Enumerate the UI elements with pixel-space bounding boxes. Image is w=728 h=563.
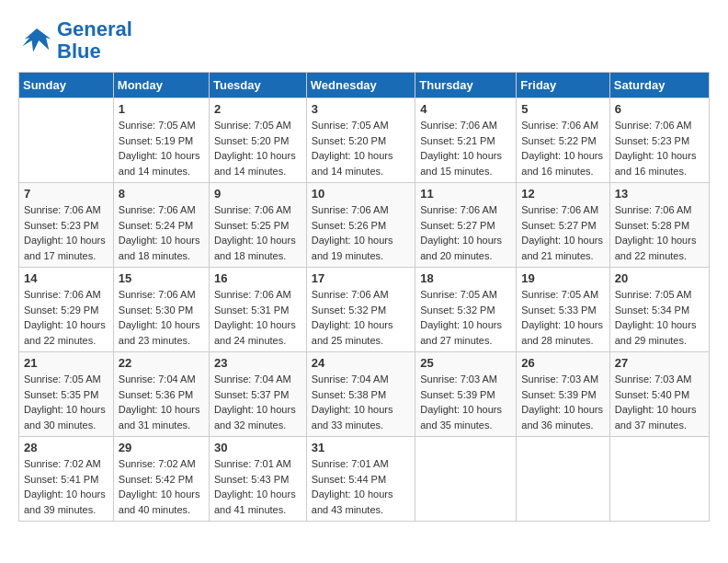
sunrise-text: Sunrise: 7:04 AM: [119, 373, 196, 385]
sunset-text: Sunset: 5:20 PM: [214, 135, 289, 146]
daylight-text: Daylight: 10 hours and 31 minutes.: [119, 404, 200, 431]
sunrise-text: Sunrise: 7:06 AM: [214, 289, 291, 300]
day-number: 27: [615, 356, 704, 370]
day-number: 24: [312, 356, 410, 370]
sunset-text: Sunset: 5:22 PM: [521, 135, 596, 146]
daylight-text: Daylight: 10 hours and 21 minutes.: [521, 235, 603, 261]
sunset-text: Sunset: 5:27 PM: [420, 220, 495, 231]
day-number: 15: [119, 271, 204, 285]
daylight-text: Daylight: 10 hours and 18 minutes.: [214, 235, 296, 261]
day-info: Sunrise: 7:01 AM Sunset: 5:44 PM Dayligh…: [312, 456, 410, 517]
weekday-header-monday: Monday: [113, 73, 209, 98]
daylight-text: Daylight: 10 hours and 22 minutes.: [615, 235, 697, 261]
sunrise-text: Sunrise: 7:06 AM: [615, 204, 692, 215]
weekday-header-friday: Friday: [517, 73, 609, 98]
sunrise-text: Sunrise: 7:03 AM: [420, 373, 497, 385]
calendar-cell: 9 Sunrise: 7:06 AM Sunset: 5:25 PM Dayli…: [209, 183, 306, 268]
calendar-cell: 8 Sunrise: 7:06 AM Sunset: 5:24 PM Dayli…: [113, 183, 209, 268]
daylight-text: Daylight: 10 hours and 14 minutes.: [312, 150, 393, 177]
day-number: 1: [119, 102, 204, 116]
sunrise-text: Sunrise: 7:05 AM: [615, 289, 692, 300]
daylight-text: Daylight: 10 hours and 32 minutes.: [214, 404, 296, 431]
sunset-text: Sunset: 5:43 PM: [214, 474, 289, 485]
day-number: 20: [615, 271, 704, 285]
weekday-header-sunday: Sunday: [19, 73, 114, 98]
sunrise-text: Sunrise: 7:06 AM: [119, 289, 196, 300]
day-info: Sunrise: 7:06 AM Sunset: 5:29 PM Dayligh…: [24, 287, 108, 348]
day-info: Sunrise: 7:01 AM Sunset: 5:43 PM Dayligh…: [214, 456, 301, 517]
sunrise-text: Sunrise: 7:06 AM: [119, 204, 196, 215]
sunrise-text: Sunrise: 7:06 AM: [521, 120, 598, 131]
sunset-text: Sunset: 5:26 PM: [312, 220, 386, 231]
calendar-cell: 17 Sunrise: 7:06 AM Sunset: 5:32 PM Dayl…: [306, 268, 415, 352]
daylight-text: Daylight: 10 hours and 36 minutes.: [521, 404, 603, 431]
calendar-cell: 23 Sunrise: 7:04 AM Sunset: 5:37 PM Dayl…: [209, 352, 306, 437]
day-number: 8: [119, 187, 204, 201]
daylight-text: Daylight: 10 hours and 40 minutes.: [119, 488, 200, 515]
calendar-cell: [517, 437, 609, 522]
sunset-text: Sunset: 5:41 PM: [24, 474, 98, 485]
sunrise-text: Sunrise: 7:02 AM: [119, 458, 196, 469]
sunset-text: Sunset: 5:25 PM: [214, 220, 289, 231]
calendar-cell: 1 Sunrise: 7:05 AM Sunset: 5:19 PM Dayli…: [113, 98, 209, 183]
daylight-text: Daylight: 10 hours and 20 minutes.: [420, 235, 502, 261]
sunset-text: Sunset: 5:42 PM: [119, 474, 193, 485]
calendar-cell: 6 Sunrise: 7:06 AM Sunset: 5:23 PM Dayli…: [609, 98, 709, 183]
sunrise-text: Sunrise: 7:01 AM: [214, 458, 291, 469]
calendar-cell: 4 Sunrise: 7:06 AM Sunset: 5:21 PM Dayli…: [415, 98, 517, 183]
daylight-text: Daylight: 10 hours and 39 minutes.: [24, 488, 106, 515]
calendar-week-2: 7 Sunrise: 7:06 AM Sunset: 5:23 PM Dayli…: [19, 183, 710, 268]
sunrise-text: Sunrise: 7:06 AM: [312, 289, 389, 300]
day-info: Sunrise: 7:06 AM Sunset: 5:27 PM Dayligh…: [521, 202, 604, 263]
daylight-text: Daylight: 10 hours and 23 minutes.: [119, 319, 200, 346]
calendar-cell: 7 Sunrise: 7:06 AM Sunset: 5:23 PM Dayli…: [19, 183, 114, 268]
day-info: Sunrise: 7:03 AM Sunset: 5:39 PM Dayligh…: [420, 372, 511, 432]
calendar-cell: [609, 437, 709, 522]
sunset-text: Sunset: 5:33 PM: [521, 304, 596, 316]
weekday-header-row: SundayMondayTuesdayWednesdayThursdayFrid…: [19, 73, 710, 98]
sunrise-text: Sunrise: 7:05 AM: [24, 373, 101, 385]
day-number: 18: [420, 271, 511, 285]
sunset-text: Sunset: 5:20 PM: [312, 135, 386, 146]
daylight-text: Daylight: 10 hours and 22 minutes.: [24, 319, 106, 346]
sunrise-text: Sunrise: 7:05 AM: [119, 120, 196, 131]
calendar-cell: 3 Sunrise: 7:05 AM Sunset: 5:20 PM Dayli…: [306, 98, 415, 183]
day-number: 16: [214, 271, 301, 285]
calendar-cell: 13 Sunrise: 7:06 AM Sunset: 5:28 PM Dayl…: [609, 183, 709, 268]
day-number: 2: [214, 102, 301, 116]
sunrise-text: Sunrise: 7:06 AM: [420, 204, 497, 215]
calendar-cell: 2 Sunrise: 7:05 AM Sunset: 5:20 PM Dayli…: [209, 98, 306, 183]
sunrise-text: Sunrise: 7:01 AM: [312, 458, 389, 469]
calendar-cell: 19 Sunrise: 7:05 AM Sunset: 5:33 PM Dayl…: [517, 268, 609, 352]
sunset-text: Sunset: 5:40 PM: [615, 389, 689, 400]
calendar-cell: 12 Sunrise: 7:06 AM Sunset: 5:27 PM Dayl…: [517, 183, 609, 268]
day-info: Sunrise: 7:06 AM Sunset: 5:32 PM Dayligh…: [312, 287, 410, 348]
calendar-cell: 22 Sunrise: 7:04 AM Sunset: 5:36 PM Dayl…: [113, 352, 209, 437]
sunset-text: Sunset: 5:24 PM: [119, 220, 193, 231]
page-header: General Blue: [18, 18, 710, 63]
day-number: 21: [24, 356, 108, 370]
day-info: Sunrise: 7:05 AM Sunset: 5:33 PM Dayligh…: [521, 287, 604, 348]
sunset-text: Sunset: 5:34 PM: [615, 304, 689, 316]
day-number: 22: [119, 356, 204, 370]
day-info: Sunrise: 7:04 AM Sunset: 5:38 PM Dayligh…: [312, 372, 410, 432]
day-info: Sunrise: 7:06 AM Sunset: 5:27 PM Dayligh…: [420, 202, 511, 263]
daylight-text: Daylight: 10 hours and 19 minutes.: [312, 235, 393, 261]
day-info: Sunrise: 7:06 AM Sunset: 5:31 PM Dayligh…: [214, 287, 301, 348]
calendar-week-1: 1 Sunrise: 7:05 AM Sunset: 5:19 PM Dayli…: [19, 98, 710, 183]
daylight-text: Daylight: 10 hours and 37 minutes.: [615, 404, 697, 431]
sunrise-text: Sunrise: 7:03 AM: [615, 373, 692, 385]
sunrise-text: Sunrise: 7:03 AM: [521, 373, 598, 385]
calendar-cell: [19, 98, 114, 183]
day-info: Sunrise: 7:05 AM Sunset: 5:34 PM Dayligh…: [615, 287, 704, 348]
calendar-cell: 30 Sunrise: 7:01 AM Sunset: 5:43 PM Dayl…: [209, 437, 306, 522]
daylight-text: Daylight: 10 hours and 16 minutes.: [615, 150, 697, 177]
day-number: 13: [615, 187, 704, 201]
calendar-cell: 14 Sunrise: 7:06 AM Sunset: 5:29 PM Dayl…: [19, 268, 114, 352]
calendar-cell: 16 Sunrise: 7:06 AM Sunset: 5:31 PM Dayl…: [209, 268, 306, 352]
calendar-week-4: 21 Sunrise: 7:05 AM Sunset: 5:35 PM Dayl…: [19, 352, 710, 437]
sunrise-text: Sunrise: 7:05 AM: [214, 120, 291, 131]
daylight-text: Daylight: 10 hours and 17 minutes.: [24, 235, 106, 261]
sunrise-text: Sunrise: 7:02 AM: [24, 458, 101, 469]
sunrise-text: Sunrise: 7:04 AM: [312, 373, 389, 385]
